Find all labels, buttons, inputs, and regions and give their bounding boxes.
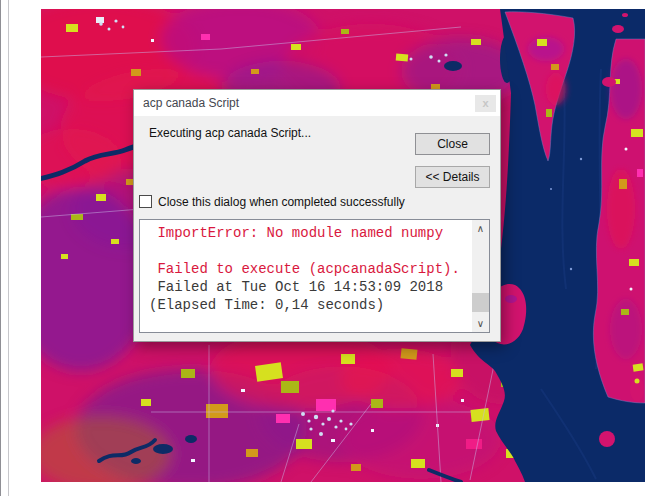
output-line: Failed to execute (acpcanadaScript). — [149, 260, 471, 278]
output-text: ImportError: No module named numpy Faile… — [140, 224, 471, 332]
chevron-up-icon: ∧ — [477, 223, 484, 234]
script-dialog: acp canada Script x Executing acp canada… — [133, 89, 501, 342]
close-icon: x — [482, 97, 488, 109]
status-text: Executing acp canada Script... — [149, 126, 311, 140]
output-line: Failed at Tue Oct 16 14:53:09 2018 — [149, 278, 471, 296]
dialog-titlebar[interactable]: acp canada Script x — [134, 90, 500, 116]
dialog-close-button[interactable]: x — [475, 95, 496, 112]
output-line: ImportError: No module named numpy — [149, 224, 471, 242]
scrollbar-track[interactable] — [472, 237, 489, 315]
chevron-down-icon: ∨ — [477, 318, 484, 329]
output-line: (Elapsed Time: 0,14 seconds) — [149, 296, 471, 314]
dialog-title: acp canada Script — [143, 90, 239, 116]
scroll-down-button[interactable]: ∨ — [472, 315, 489, 332]
checkbox-label: Close this dialog when completed success… — [158, 195, 405, 209]
close-on-complete-checkbox[interactable] — [139, 195, 152, 208]
output-line — [149, 242, 471, 260]
dock-divider-line-2 — [8, 0, 9, 496]
scroll-up-button[interactable]: ∧ — [472, 220, 489, 237]
close-button[interactable]: Close — [415, 133, 490, 155]
dock-divider-line — [0, 0, 1, 496]
script-output-box[interactable]: ImportError: No module named numpy Faile… — [139, 219, 490, 333]
application-canvas: acp canada Script x Executing acp canada… — [0, 0, 666, 496]
vertical-scrollbar[interactable]: ∧ ∨ — [472, 220, 489, 332]
dialog-body: Executing acp canada Script... Close << … — [134, 116, 500, 341]
scrollbar-thumb[interactable] — [472, 293, 489, 312]
details-button[interactable]: << Details — [415, 166, 490, 188]
